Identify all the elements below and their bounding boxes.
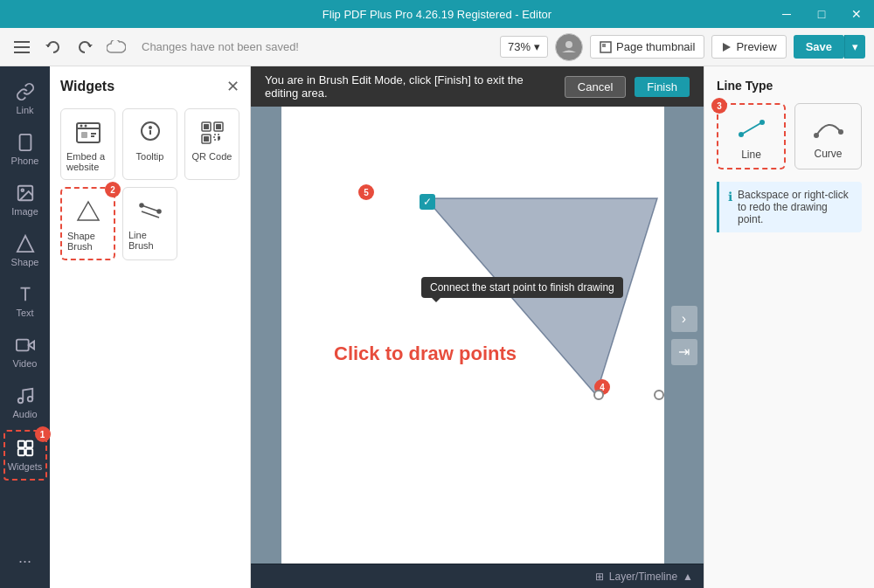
user-button[interactable] xyxy=(555,33,583,61)
sidebar-label-text: Text xyxy=(16,308,33,318)
widget-qr[interactable]: QR Code xyxy=(184,108,239,180)
widget-tooltip[interactable]: Tooltip xyxy=(122,108,177,180)
preview-label: Preview xyxy=(736,40,776,53)
sidebar-item-audio[interactable]: Audio xyxy=(3,379,47,426)
widget-linebrush-label: Line Brush xyxy=(128,230,171,251)
widgets-badge: 1 xyxy=(35,426,51,442)
line-option-curve[interactable]: Curve xyxy=(794,103,862,169)
step5-badge: 5 xyxy=(358,184,374,200)
line-type-badge: 3 xyxy=(711,98,727,114)
sidebar-item-video[interactable]: Video xyxy=(3,329,47,376)
svg-rect-18 xyxy=(17,441,24,447)
svg-point-16 xyxy=(17,398,23,404)
undo-button[interactable] xyxy=(40,34,66,60)
minimize-button[interactable]: ─ xyxy=(769,0,804,28)
left-sidebar: Link Phone Image Shape Text Video Audio xyxy=(0,66,50,588)
widget-embed[interactable]: Embed a website xyxy=(60,108,115,180)
svg-line-46 xyxy=(142,205,159,211)
widget-qr-label: QR Code xyxy=(192,151,232,162)
svg-rect-7 xyxy=(19,135,31,150)
widgets-grid: Embed a website Tooltip QR Code 2 Shape … xyxy=(60,108,239,260)
brush-bar: You are in Brush Edit Mode, click [Finis… xyxy=(251,66,704,107)
sidebar-item-phone[interactable]: Phone xyxy=(3,126,47,173)
canvas-page[interactable]: 5 Connect the start point to finish draw… xyxy=(281,107,664,564)
unsaved-text: Changes have not been saved! xyxy=(142,40,299,53)
svg-line-47 xyxy=(142,211,159,218)
widgets-panel: Widgets ✕ Embed a website Tooltip QR Cod… xyxy=(50,66,251,588)
point-bottom-left[interactable] xyxy=(593,390,604,400)
titlebar-title: Flip PDF Plus Pro 4.26.19 Registered - E… xyxy=(323,8,551,21)
svg-rect-37 xyxy=(204,136,209,142)
top-point-checkbox[interactable]: ✓ xyxy=(420,194,435,210)
svg-point-17 xyxy=(27,397,32,402)
sidebar-item-shape[interactable]: Shape xyxy=(3,227,47,274)
zoom-value: 73% xyxy=(508,40,531,53)
widget-shapebrush-label: Shape Brush xyxy=(67,231,108,252)
canvas-right-strip: › ⇥ xyxy=(664,107,704,564)
sidebar-label-phone: Phone xyxy=(11,156,39,166)
canvas-content: 5 Connect the start point to finish draw… xyxy=(251,107,704,564)
shapebrush-badge: 2 xyxy=(105,182,121,197)
svg-rect-19 xyxy=(25,441,31,447)
cloud-button[interactable] xyxy=(103,34,129,60)
tooltip-text: Connect the start point to finish drawin… xyxy=(430,281,614,294)
preview-button[interactable]: Preview xyxy=(711,35,786,59)
page-thumbnail-button[interactable]: Page thumbnail xyxy=(590,35,704,59)
save-dropdown-button[interactable]: ▾ xyxy=(844,35,865,59)
toolbar: Changes have not been saved! 73% ▾ Page … xyxy=(0,28,874,66)
menu-button[interactable] xyxy=(9,34,35,60)
line-option-curve-label: Curve xyxy=(814,148,842,160)
right-panel: Line Type 3 Line Curve xyxy=(704,66,874,588)
point-bottom-right[interactable] xyxy=(654,390,664,400)
svg-rect-20 xyxy=(17,449,24,455)
sidebar-item-text[interactable]: Text xyxy=(3,278,47,325)
widget-embed-label: Embed a website xyxy=(66,151,109,172)
panel-title: Widgets xyxy=(60,79,114,94)
widget-shapebrush[interactable]: 2 Shape Brush xyxy=(60,187,115,260)
nav-last-button[interactable]: ⇥ xyxy=(671,339,697,365)
titlebar-controls: ─ □ ✕ xyxy=(769,0,874,28)
triangle-drawing xyxy=(281,107,664,564)
save-button[interactable]: Save xyxy=(794,35,844,59)
close-button[interactable]: ✕ xyxy=(839,0,874,28)
svg-rect-15 xyxy=(16,340,28,351)
brush-finish-button[interactable]: Finish xyxy=(635,77,690,97)
sidebar-item-link[interactable]: Link xyxy=(3,75,47,122)
redo-button[interactable] xyxy=(72,34,98,60)
svg-rect-33 xyxy=(204,124,209,129)
sidebar-label-shape: Shape xyxy=(11,257,39,267)
layer-timeline-label[interactable]: Layer/Timeline xyxy=(609,571,677,583)
svg-point-31 xyxy=(149,127,151,128)
line-option-line[interactable]: 3 Line xyxy=(717,103,786,169)
draw-label: Click to draw points xyxy=(334,342,517,365)
toolbar-left: Changes have not been saved! xyxy=(9,34,493,60)
zoom-control[interactable]: 73% ▾ xyxy=(500,36,548,58)
nav-next-button[interactable]: › xyxy=(671,306,697,332)
sidebar-label-image: Image xyxy=(11,206,38,217)
svg-marker-11 xyxy=(17,236,32,252)
svg-rect-5 xyxy=(602,44,606,47)
svg-point-10 xyxy=(21,189,24,191)
canvas-left-strip xyxy=(251,107,281,564)
sidebar-item-image[interactable]: Image xyxy=(3,176,47,224)
sidebar-item-widgets[interactable]: 1 Widgets xyxy=(3,430,47,481)
svg-rect-26 xyxy=(81,132,87,138)
brush-cancel-button[interactable]: Cancel xyxy=(565,76,626,98)
sidebar-label-video: Video xyxy=(13,358,38,369)
svg-rect-2 xyxy=(14,52,30,53)
widget-tooltip-label: Tooltip xyxy=(136,151,164,162)
drawing-area[interactable]: 5 Connect the start point to finish draw… xyxy=(281,107,664,564)
sidebar-label-link: Link xyxy=(16,105,33,115)
panel-close-button[interactable]: ✕ xyxy=(226,77,239,96)
info-icon: ℹ xyxy=(728,190,732,225)
zoom-arrow: ▾ xyxy=(534,40,540,53)
svg-rect-0 xyxy=(14,41,30,43)
svg-marker-45 xyxy=(78,202,99,220)
widget-linebrush[interactable]: Line Brush xyxy=(122,187,177,260)
svg-rect-21 xyxy=(25,449,31,455)
svg-line-52 xyxy=(741,122,762,135)
more-button[interactable]: ··· xyxy=(10,543,40,579)
svg-point-49 xyxy=(157,210,161,213)
svg-rect-35 xyxy=(216,124,221,129)
maximize-button[interactable]: □ xyxy=(804,0,839,28)
